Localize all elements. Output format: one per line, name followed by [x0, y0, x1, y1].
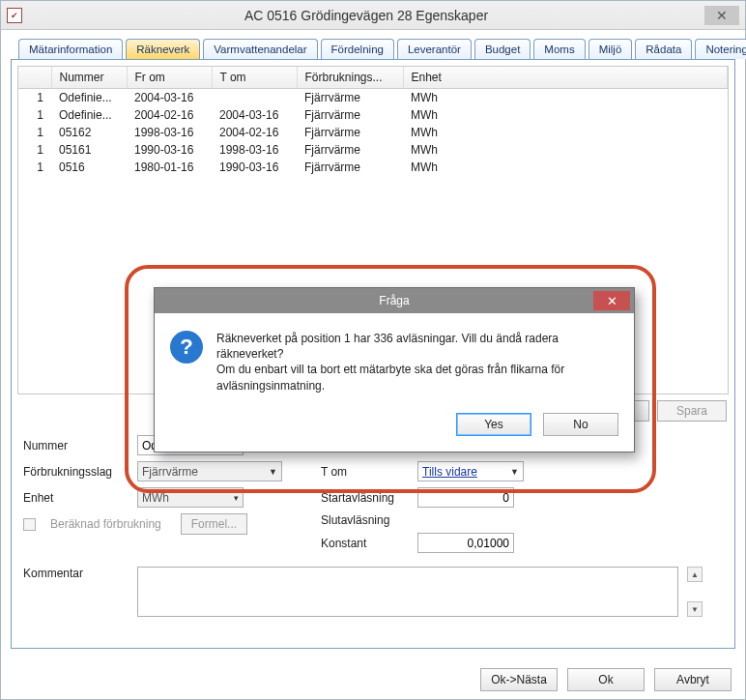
- table-cell: Fjärrvärme: [297, 89, 403, 107]
- startav-input[interactable]: [417, 487, 514, 508]
- konst-input[interactable]: [417, 533, 514, 553]
- table-cell: MWh: [403, 124, 728, 141]
- col-index[interactable]: [18, 67, 51, 89]
- yes-button[interactable]: Yes: [456, 413, 531, 436]
- dialog-titlebar: Fråga ✕: [155, 288, 634, 313]
- forbruk-combo[interactable]: Fjärrvärme ▼: [137, 461, 282, 481]
- col-nummer[interactable]: Nummer: [51, 67, 127, 89]
- table-cell: 2004-03-16: [212, 106, 297, 124]
- footer-buttons: Ok->Nästa Ok Avbryt: [480, 668, 732, 691]
- tab-leverantor[interactable]: Leverantör: [397, 39, 472, 59]
- col-from[interactable]: Fr om: [127, 67, 212, 89]
- scroll-down-icon[interactable]: ▼: [687, 601, 703, 617]
- table-cell: 2004-02-16: [212, 124, 297, 141]
- table-cell: 05161: [51, 141, 127, 159]
- table-cell: 1: [18, 159, 51, 176]
- table-cell: 1: [18, 124, 51, 141]
- chevron-down-icon: ▼: [269, 467, 277, 477]
- slutav-label: Slutavläsning: [321, 513, 408, 527]
- table-cell: Fjärrvärme: [297, 141, 403, 159]
- chevron-down-icon: ▼: [510, 467, 519, 477]
- beraknad-checkbox[interactable]: [23, 518, 36, 531]
- tab-matarinfo[interactable]: Mätarinformation: [18, 39, 123, 59]
- table-cell: 1990-03-16: [127, 141, 212, 159]
- table-cell: 2004-02-16: [127, 106, 212, 124]
- ok-next-button[interactable]: Ok->Nästa: [480, 668, 558, 691]
- table-cell: Odefinie...: [51, 89, 127, 107]
- window-title: AC 0516 Grödingevägen 28 Egenskaper: [28, 8, 704, 23]
- forbruk-value: Fjärrvärme: [142, 465, 198, 479]
- titlebar: ✔ AC 0516 Grödingevägen 28 Egenskaper ✕: [1, 1, 745, 30]
- confirm-dialog: Fråga ✕ ? Räkneverket på position 1 har …: [154, 287, 635, 452]
- col-tom[interactable]: T om: [212, 67, 297, 89]
- table-row[interactable]: 105161980-01-161990-03-16FjärrvärmeMWh: [18, 159, 728, 176]
- cancel-button[interactable]: Avbryt: [654, 668, 732, 691]
- chevron-down-icon: ▾: [234, 493, 239, 503]
- tab-miljo[interactable]: Miljö: [588, 39, 633, 59]
- table-cell: MWh: [403, 89, 728, 107]
- dialog-close-button[interactable]: ✕: [593, 291, 630, 310]
- table-row[interactable]: 1Odefinie...2004-02-162004-03-16Fjärrvär…: [18, 106, 728, 124]
- table-cell: MWh: [403, 159, 728, 176]
- table-cell: 1990-03-16: [212, 159, 297, 176]
- tabstrip: Mätarinformation Räkneverk Varmvattenand…: [11, 36, 735, 59]
- col-forbruk[interactable]: Förbruknings...: [297, 67, 403, 89]
- table-cell: 05162: [51, 124, 127, 141]
- table-cell: Fjärrvärme: [297, 124, 403, 141]
- table-cell: Odefinie...: [51, 106, 127, 124]
- forbruk-label: Förbrukningsslag: [23, 465, 128, 479]
- konst-label: Konstant: [321, 537, 408, 550]
- table-cell: 1: [18, 106, 51, 124]
- table-cell: [212, 89, 297, 107]
- dialog-message: Räkneverket på position 1 har 336 avläsn…: [216, 331, 617, 394]
- table-cell: 1: [18, 141, 51, 159]
- dialog-title: Fråga: [379, 294, 409, 307]
- table-cell: MWh: [403, 106, 728, 124]
- tab-budget[interactable]: Budget: [474, 39, 531, 59]
- table-cell: 0516: [51, 159, 127, 176]
- main-window: ✔ AC 0516 Grödingevägen 28 Egenskaper ✕ …: [0, 0, 746, 700]
- app-icon: ✔: [7, 8, 22, 23]
- table-cell: 1980-01-16: [127, 159, 212, 176]
- enhet-label: Enhet: [23, 491, 128, 505]
- tom-label: T om: [321, 465, 408, 479]
- tab-fordelning[interactable]: Fördelning: [321, 39, 394, 59]
- save-button: Spara: [657, 400, 727, 422]
- tom-combo[interactable]: Tills vidare ▼: [417, 461, 524, 481]
- startav-label: Startavläsning: [321, 491, 408, 505]
- kommentar-input[interactable]: [137, 567, 678, 617]
- enhet-combo[interactable]: MWh ▾: [137, 487, 244, 508]
- table-cell: Fjärrvärme: [297, 159, 403, 176]
- scroll-up-icon[interactable]: ▲: [687, 567, 703, 582]
- table-cell: 1: [18, 89, 51, 107]
- table-cell: 1998-03-16: [212, 141, 297, 159]
- ok-button[interactable]: Ok: [567, 668, 645, 691]
- tab-moms[interactable]: Moms: [533, 39, 585, 59]
- kommentar-label: Kommentar: [23, 567, 128, 580]
- table-cell: Fjärrvärme: [297, 106, 403, 124]
- table-cell: 1998-03-16: [127, 124, 212, 141]
- col-enhet[interactable]: Enhet: [403, 67, 728, 89]
- formel-button: Formel...: [181, 513, 247, 535]
- tab-rakneverk[interactable]: Räkneverk: [126, 39, 200, 59]
- tab-varmvatten[interactable]: Varmvattenandelar: [203, 39, 317, 59]
- enhet-value: MWh: [142, 491, 169, 505]
- table-cell: 2004-03-16: [127, 89, 212, 107]
- question-icon: ?: [170, 331, 203, 364]
- nummer-label: Nummer: [23, 439, 128, 452]
- table-row[interactable]: 1051621998-03-162004-02-16FjärrvärmeMWh: [18, 124, 728, 141]
- tab-noteringar[interactable]: Noteringar: [695, 39, 746, 59]
- beraknad-label: Beräknad förbrukning: [50, 517, 161, 531]
- tom-value: Tills vidare: [422, 465, 477, 479]
- no-button[interactable]: No: [543, 413, 618, 436]
- table-cell: MWh: [403, 141, 728, 159]
- dialog-line1: Räkneverket på position 1 har 336 avläsn…: [216, 331, 617, 362]
- window-close-button[interactable]: ✕: [704, 6, 739, 25]
- detail-form: Nummer Förbrukningsslag Fjärrvärme ▼ Enh…: [17, 431, 729, 623]
- table-row[interactable]: 1Odefinie...2004-03-16FjärrvärmeMWh: [18, 89, 728, 107]
- dialog-line2: Om du enbart vill ta bort ett mätarbyte …: [216, 362, 617, 393]
- table-row[interactable]: 1051611990-03-161998-03-16FjärrvärmeMWh: [18, 141, 728, 159]
- tab-radata[interactable]: Rådata: [635, 39, 692, 59]
